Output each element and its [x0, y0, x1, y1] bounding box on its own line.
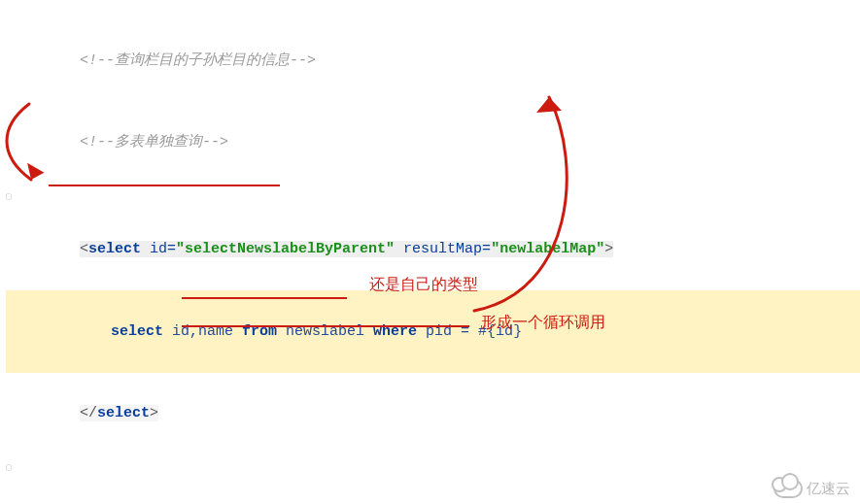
- code-editor: <!--查询栏目的子孙栏目的信息--> <!--多表单独查询--> <selec…: [0, 0, 860, 504]
- cloud-icon: [774, 479, 803, 498]
- underline-annotation: [49, 185, 280, 186]
- underline-annotation: [182, 297, 347, 299]
- code-line: <resultMap id="newlabelMap" type="Newsla…: [6, 454, 860, 504]
- annotation-text: 还是自己的类型: [369, 275, 478, 295]
- fold-icon[interactable]: [6, 458, 25, 472]
- annotation-text: 形成一个循环调用: [481, 313, 605, 333]
- code-line: <!--多表单独查询-->: [6, 102, 860, 185]
- code-line: <!--查询栏目的子孙栏目的信息-->: [6, 19, 860, 102]
- code-line: </select>: [6, 373, 860, 455]
- fold-icon[interactable]: [6, 187, 25, 201]
- underline-annotation: [182, 325, 469, 327]
- watermark-text: 亿速云: [807, 480, 850, 498]
- code-line: select id,name from newslabel where pid …: [6, 290, 860, 373]
- xml-comment: <!--多表单独查询-->: [80, 134, 228, 151]
- xml-comment: <!--查询栏目的子孙栏目的信息-->: [80, 52, 316, 69]
- watermark: 亿速云: [774, 479, 850, 498]
